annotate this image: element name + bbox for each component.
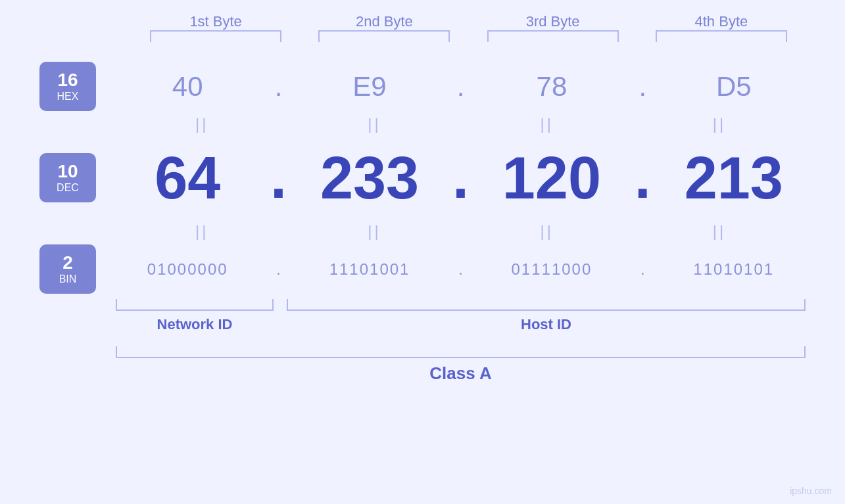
hex-byte-2: E9 — [304, 71, 435, 103]
bin-byte-3: 01111000 — [486, 260, 617, 279]
equals-8: || — [654, 222, 785, 241]
bin-row: 2 BIN 01000000 . 11101001 . 01111000 . — [39, 244, 806, 294]
dec-byte-1: 64 — [122, 149, 253, 208]
bin-dot-1: . — [266, 260, 292, 279]
dec-dot-1: . — [266, 144, 292, 212]
dec-dot-3: . — [629, 144, 656, 212]
dec-row: 10 DEC 64 . 233 . 120 . 213 — [39, 144, 806, 212]
watermark: ipshu.com — [790, 486, 832, 496]
dec-values-row: 64 . 233 . 120 . 213 — [116, 144, 806, 212]
bin-byte-2: 11101001 — [304, 260, 435, 279]
equals-row-1: || || || || — [39, 115, 806, 133]
hex-base-label: HEX — [57, 91, 79, 103]
dec-byte-2: 233 — [304, 149, 435, 208]
bin-byte-4: 11010101 — [668, 260, 800, 279]
bin-dot-2: . — [447, 260, 473, 279]
bin-dot-3: . — [629, 260, 656, 279]
dec-badge: 10 DEC — [39, 153, 96, 202]
host-bracket — [287, 299, 806, 311]
dec-byte-3: 120 — [486, 149, 617, 208]
hex-base-number: 16 — [57, 71, 78, 89]
dec-base-label: DEC — [57, 182, 79, 194]
hex-dot-3: . — [629, 71, 656, 103]
byte-header-1: 1st Byte — [150, 13, 281, 30]
byte-header-2: 2nd Byte — [318, 13, 450, 30]
equals-6: || — [308, 222, 440, 241]
byte-headers-row: 1st Byte 2nd Byte 3rd Byte 4th Byte — [39, 13, 806, 30]
dec-byte-4: 213 — [668, 149, 800, 208]
bracket-3 — [487, 30, 619, 42]
class-section: Class A — [39, 346, 806, 384]
bottom-labels: Network ID Host ID — [116, 316, 806, 333]
equals-4: || — [654, 115, 785, 133]
byte-header-3: 3rd Byte — [487, 13, 619, 30]
hex-dot-2: . — [447, 71, 473, 103]
class-bracket — [116, 346, 806, 358]
bottom-section: Network ID Host ID — [39, 299, 806, 333]
equals-5: || — [136, 222, 268, 241]
byte-header-4: 4th Byte — [656, 13, 787, 30]
network-id-label: Network ID — [116, 316, 274, 333]
equals-3: || — [481, 115, 613, 133]
bin-base-label: BIN — [59, 273, 77, 285]
hex-dot-1: . — [266, 71, 292, 103]
hex-row: 16 HEX 40 . E9 . 78 . D5 — [39, 62, 806, 111]
equals-2: || — [308, 115, 440, 133]
equals-7: || — [481, 222, 613, 241]
bracket-2 — [318, 30, 450, 42]
equals-row-2: || || || || — [39, 222, 806, 241]
top-brackets — [39, 30, 806, 42]
class-label: Class A — [116, 363, 806, 384]
bin-values-row: 01000000 . 11101001 . 01111000 . 1101010… — [116, 260, 806, 279]
hex-byte-3: 78 — [486, 71, 617, 103]
bracket-4 — [656, 30, 787, 42]
hex-byte-1: 40 — [122, 71, 253, 103]
dec-base-number: 10 — [57, 162, 78, 181]
hex-byte-4: D5 — [668, 71, 800, 103]
bin-byte-1: 01000000 — [122, 260, 253, 279]
bin-badge: 2 BIN — [39, 244, 96, 294]
dec-dot-2: . — [447, 144, 473, 212]
equals-1: || — [136, 115, 268, 133]
bracket-1 — [150, 30, 281, 42]
network-bracket — [116, 299, 274, 311]
hex-values-row: 40 . E9 . 78 . D5 — [116, 71, 806, 103]
main-container: 1st Byte 2nd Byte 3rd Byte 4th Byte 16 H… — [0, 0, 845, 504]
bottom-brackets — [116, 299, 806, 311]
hex-badge: 16 HEX — [39, 62, 96, 111]
bin-base-number: 2 — [62, 254, 73, 272]
host-id-label: Host ID — [287, 316, 806, 333]
